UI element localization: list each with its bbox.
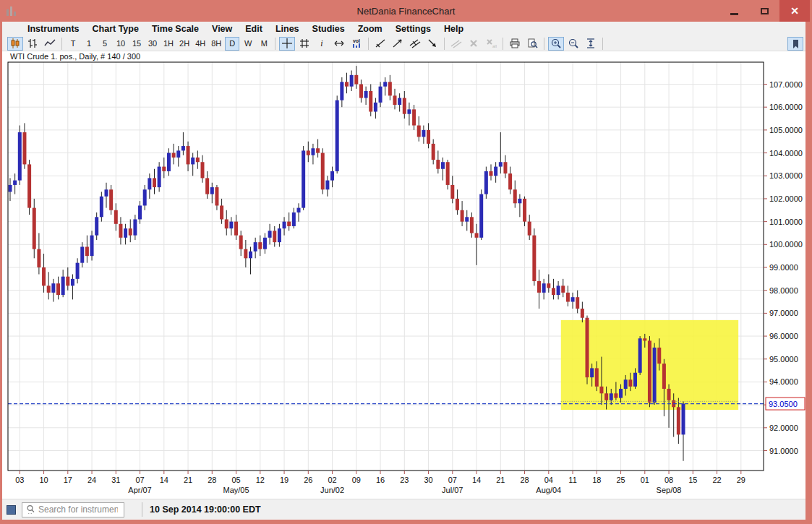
menu-studies[interactable]: Studies <box>306 22 351 36</box>
menu-zoom[interactable]: Zoom <box>351 22 389 36</box>
svg-text:14: 14 <box>160 476 168 484</box>
menu-help[interactable]: Help <box>437 22 470 36</box>
menu-time-scale[interactable]: Time Scale <box>145 22 205 36</box>
grid-icon <box>299 38 310 49</box>
svg-text:21: 21 <box>184 476 192 484</box>
menu-instruments[interactable]: Instruments <box>21 22 86 36</box>
timeframe-t-button[interactable]: T <box>66 37 80 51</box>
bookmark-icon <box>790 38 801 50</box>
svg-text:28: 28 <box>208 476 216 484</box>
timeframe-1h-button[interactable]: 1H <box>161 37 176 51</box>
timeframe-15-button[interactable]: 15 <box>129 37 144 51</box>
close-button[interactable]: ✕ <box>779 0 810 22</box>
price-chart-canvas[interactable]: 91.000092.000093.000094.000095.000096.00… <box>2 51 805 499</box>
svg-text:01: 01 <box>641 476 649 484</box>
volume-icon: vol <box>351 38 362 49</box>
toolbar-separator <box>444 38 445 50</box>
svg-text:23: 23 <box>400 476 409 484</box>
timeframe-10-button[interactable]: 10 <box>114 37 128 51</box>
crosshair-icon <box>281 38 293 49</box>
bookmark-button[interactable] <box>787 37 803 51</box>
app-window: NetDania FinanceChart ✕ InstrumentsChart… <box>0 0 812 524</box>
svg-text:101.0000: 101.0000 <box>769 218 803 226</box>
volume-button[interactable]: vol <box>349 37 364 51</box>
fit-vertical-button[interactable] <box>583 37 599 51</box>
channel-button[interactable] <box>407 37 423 51</box>
fit-vertical-icon <box>585 38 597 49</box>
menu-settings[interactable]: Settings <box>389 22 437 36</box>
svg-text:02: 02 <box>328 476 336 484</box>
line-chart-icon <box>44 38 56 49</box>
zoom-out-button[interactable] <box>565 37 581 51</box>
svg-text:30: 30 <box>424 476 432 484</box>
svg-text:10: 10 <box>39 476 48 484</box>
svg-text:104.0000: 104.0000 <box>769 149 803 158</box>
svg-text:Sep/08: Sep/08 <box>657 486 682 494</box>
timeframe-4h-button[interactable]: 4H <box>193 37 208 51</box>
toolbar-separator <box>275 38 275 50</box>
channel-icon <box>409 38 421 49</box>
svg-text:105.0000: 105.0000 <box>769 126 803 134</box>
svg-text:26: 26 <box>304 476 312 484</box>
toolbar-separator <box>368 38 369 50</box>
delete-all-button[interactable]: all <box>483 37 499 51</box>
grid-button[interactable] <box>296 37 312 51</box>
menu-chart-type[interactable]: Chart Type <box>86 22 145 36</box>
svg-text:100.0000: 100.0000 <box>769 240 803 249</box>
arrow-tool-icon <box>427 38 438 49</box>
delete-button[interactable] <box>466 37 482 51</box>
instrument-label: WTI Crude 1. pos., Daily, # 140 / 300 <box>10 52 140 61</box>
timeframe-8h-button[interactable]: 8H <box>209 37 223 51</box>
maximize-icon <box>761 8 769 14</box>
svg-text:102.0000: 102.0000 <box>769 194 803 203</box>
candlestick-button[interactable] <box>7 37 23 51</box>
status-bar: 10 Sep 2014 19:00:00 EDT <box>2 499 805 520</box>
line-chart-button[interactable] <box>42 37 58 51</box>
ohlc-bars-button[interactable] <box>25 37 40 51</box>
timeframe-30-button[interactable]: 30 <box>145 37 160 51</box>
svg-text:Jul/07: Jul/07 <box>442 486 463 494</box>
search-input[interactable] <box>38 504 118 515</box>
print-preview-button[interactable] <box>524 37 540 51</box>
svg-text:15: 15 <box>688 476 697 484</box>
pan-icon <box>333 38 345 49</box>
menu-bar: InstrumentsChart TypeTime ScaleViewEditL… <box>2 22 805 36</box>
crosshair-button[interactable] <box>279 37 295 51</box>
toolbar-separator <box>61 38 62 50</box>
svg-text:May/05: May/05 <box>223 486 249 494</box>
info-button[interactable]: i <box>314 37 330 51</box>
parallel-lines-button[interactable] <box>448 37 464 51</box>
svg-text:103.0000: 103.0000 <box>769 171 803 180</box>
timeframe-m-button[interactable]: M <box>257 37 271 51</box>
trendline-button[interactable] <box>372 37 388 51</box>
svg-text:all: all <box>492 44 497 48</box>
arrow-tool-button[interactable] <box>424 37 440 51</box>
menu-lines[interactable]: Lines <box>269 22 306 36</box>
svg-text:i: i <box>321 38 323 48</box>
svg-text:12: 12 <box>256 476 265 484</box>
minimize-button[interactable] <box>719 0 749 22</box>
timeframe-5-button[interactable]: 5 <box>98 37 112 51</box>
timeframe-w-button[interactable]: W <box>241 37 255 51</box>
ray-button[interactable] <box>390 37 406 51</box>
svg-text:92.0000: 92.0000 <box>769 424 798 432</box>
menu-view[interactable]: View <box>205 22 239 36</box>
timeframe-d-button[interactable]: D <box>225 37 239 51</box>
svg-text:98.0000: 98.0000 <box>769 286 798 295</box>
maximize-button[interactable] <box>749 0 779 22</box>
zoom-in-button[interactable] <box>548 37 564 51</box>
svg-text:16: 16 <box>376 476 385 484</box>
delete-all-icon: all <box>485 38 497 49</box>
menu-edit[interactable]: Edit <box>239 22 269 36</box>
toolbar-separator <box>602 38 603 50</box>
candlestick-icon <box>9 38 21 49</box>
search-icon <box>26 504 36 515</box>
print-button[interactable] <box>507 37 523 51</box>
toolbar: T151015301H2H4H8HDWMivolall <box>2 36 805 51</box>
zoom-out-icon <box>568 38 579 49</box>
pan-button[interactable] <box>331 37 347 51</box>
timeframe-1-button[interactable]: 1 <box>82 37 96 51</box>
timeframe-2h-button[interactable]: 2H <box>177 37 192 51</box>
timestamp: 10 Sep 2014 19:00:00 EDT <box>150 504 261 515</box>
connection-status-icon[interactable] <box>7 505 16 515</box>
